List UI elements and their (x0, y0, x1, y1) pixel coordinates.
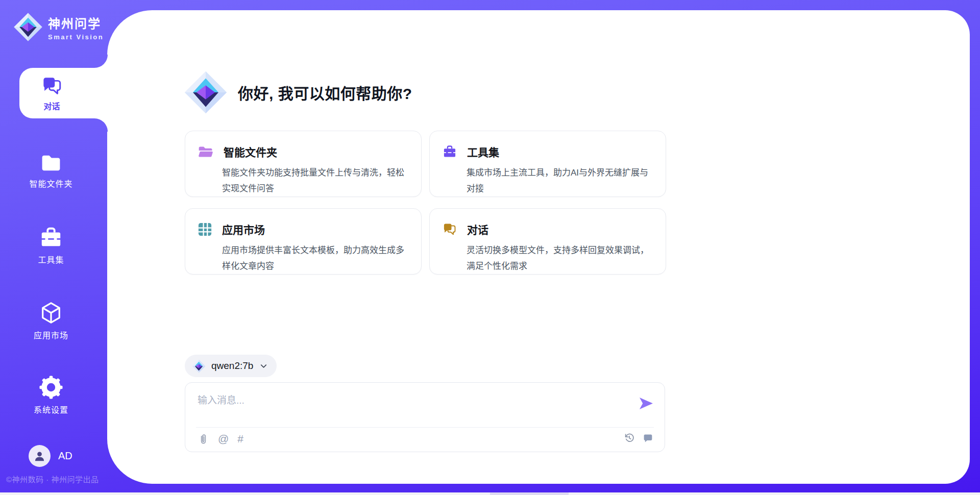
sidebar-item-chat[interactable]: 对话 (19, 68, 108, 118)
chevron-down-icon (259, 361, 268, 371)
copyright-text: ©神州数码 · 神州问学出品 (6, 474, 99, 484)
sidebar-item-settings[interactable]: 系统设置 (0, 376, 102, 415)
message-composer: 输入消息... @ # (185, 382, 665, 452)
user-profile[interactable]: AD (29, 445, 72, 467)
logo-gem-icon (13, 12, 43, 42)
app-logo: 神州问学 Smart Vision (13, 12, 104, 42)
sidebar-item-label: 对话 (43, 100, 60, 112)
user-icon (33, 450, 46, 462)
gear-icon (39, 376, 63, 399)
card-title: 对话 (467, 221, 488, 237)
tab-fillet-top (94, 55, 108, 68)
profile-name: AD (58, 450, 72, 462)
sidebar-item-label: 应用市场 (34, 329, 68, 341)
card-title: 工具集 (467, 144, 499, 159)
sidebar-item-app-market[interactable]: 应用市场 (0, 301, 102, 341)
greeting-title: 你好, 我可以如何帮助你? (238, 81, 412, 104)
grid-icon (198, 222, 212, 236)
horizontal-scrollbar[interactable] (0, 492, 980, 495)
toolbox-icon (39, 226, 63, 249)
card-description: 智能文件夹功能支持批量文件上传与清洗，轻松实现文件问答 (222, 165, 409, 196)
sidebar-item-smart-folder[interactable]: 智能文件夹 (0, 153, 102, 189)
sidebar-item-toolset[interactable]: 工具集 (0, 226, 102, 265)
history-icon[interactable] (624, 432, 635, 443)
card-app-market[interactable]: 应用市场 应用市场提供丰富长文本模板，助力高效生成多样化文章内容 (185, 208, 422, 275)
card-chat[interactable]: 对话 灵活切换多模型文件，支持多样回复效果调试，满足个性化需求 (429, 208, 666, 275)
sidebar-item-label: 系统设置 (34, 403, 68, 415)
avatar (29, 445, 51, 467)
folder-icon (40, 153, 62, 173)
feature-cards: 智能文件夹 智能文件夹功能支持批量文件上传与清洗，轻松实现文件问答 工具集 集成… (185, 131, 666, 275)
logo-gem-icon (184, 70, 228, 114)
card-smart-folder[interactable]: 智能文件夹 智能文件夹功能支持批量文件上传与清洗，轻松实现文件问答 (185, 131, 422, 197)
card-title: 智能文件夹 (224, 144, 277, 159)
send-icon[interactable] (640, 398, 653, 409)
folder-open-icon (198, 145, 213, 158)
briefcase-icon (443, 144, 457, 159)
card-toolset[interactable]: 工具集 集成市场上主流工具，助力AI与外界无缝扩展与对接 (429, 131, 666, 197)
cube-icon (39, 301, 63, 325)
model-selector[interactable]: qwen2:7b (185, 355, 277, 377)
app-title: 神州问学 (48, 14, 104, 32)
comment-icon[interactable] (643, 433, 653, 443)
input-placeholder: 输入消息... (198, 395, 244, 406)
app-subtitle: Smart Vision (48, 33, 104, 41)
model-name: qwen2:7b (211, 360, 253, 372)
card-title: 应用市场 (222, 221, 265, 237)
paperclip-icon[interactable] (198, 433, 209, 445)
sidebar-item-label: 工具集 (38, 253, 64, 265)
at-icon[interactable]: @ (218, 432, 229, 445)
hash-icon[interactable]: # (237, 432, 243, 445)
card-description: 集成市场上主流工具，助力AI与外界无缝扩展与对接 (467, 165, 653, 196)
message-input[interactable]: 输入消息... (198, 392, 634, 423)
card-description: 灵活切换多模型文件，支持多样回复效果调试，满足个性化需求 (467, 242, 653, 274)
card-description: 应用市场提供丰富长文本模板，助力高效生成多样化文章内容 (222, 242, 409, 274)
chat-bubbles-icon (41, 75, 63, 96)
chat-bubbles-icon (443, 222, 457, 236)
sidebar-item-label: 智能文件夹 (29, 177, 72, 189)
logo-gem-icon (192, 359, 206, 373)
welcome-header: 你好, 我可以如何帮助你? (184, 70, 412, 114)
tab-fillet-bottom (94, 118, 108, 132)
composer-divider (196, 427, 654, 428)
